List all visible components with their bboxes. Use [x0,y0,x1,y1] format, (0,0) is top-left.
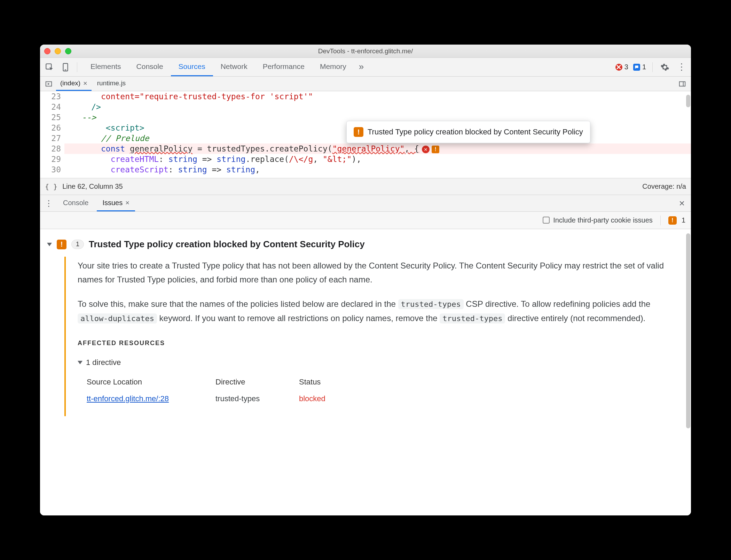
message-badge[interactable]: 1 [633,63,646,71]
window-title: DevTools - tt-enforced.glitch.me/ [40,47,691,55]
format-icon[interactable]: { } [45,182,57,191]
panel-tabs: Elements Console Sources Network Perform… [83,58,369,76]
sidebar-toggle-icon[interactable] [676,78,688,90]
directive-count: 1 directive [86,356,121,370]
checkbox-label: Include third-party cookie issues [553,216,653,224]
minimize-window-button[interactable] [55,48,61,54]
file-tab-label: (index) [60,79,80,87]
editor-statusbar: { } Line 62, Column 35 Coverage: n/a [40,178,691,195]
col-status: Status [299,375,348,389]
disclosure-triangle-icon[interactable] [78,361,82,364]
close-window-button[interactable] [44,48,50,54]
code-area[interactable]: content="require-trusted-types-for 'scri… [64,91,691,178]
issue-body: Your site tries to create a Trusted Type… [64,257,681,416]
tab-performance[interactable]: Performance [255,58,312,76]
warning-icon: ! [354,127,363,137]
affected-resources-header: AFFECTED RESOURCES [78,336,671,350]
source-location-link[interactable]: tt-enforced.glitch.me/:28 [87,394,169,403]
navigator-toggle-icon[interactable] [43,78,55,90]
code-allow-duplicates: allow-duplicates [78,313,157,324]
issues-warn-badge[interactable]: ! 1 [668,216,685,225]
table-header-row: Source Location Directive Status [87,375,671,389]
issues-warn-count: 1 [682,216,685,224]
directive-group-header[interactable]: 1 directive [78,356,671,370]
coverage-status: Coverage: n/a [642,182,686,190]
close-icon[interactable]: × [83,79,87,87]
inspect-element-icon[interactable] [44,61,55,73]
include-third-party-checkbox[interactable]: Include third-party cookie issues [543,216,653,224]
close-icon[interactable]: × [125,199,129,207]
file-tab-label: runtime.js [97,79,126,87]
message-count: 1 [642,63,646,71]
source-editor[interactable]: 2324252627282930 content="require-truste… [40,91,691,178]
tab-memory[interactable]: Memory [312,58,354,76]
drawer-tab-label: Issues [102,199,123,207]
issue-count-pill: 1 [71,240,84,249]
status-value: blocked [299,392,348,406]
tab-network[interactable]: Network [213,58,255,76]
drawer-tab-issues[interactable]: Issues × [97,195,135,211]
more-menu-icon[interactable]: ⋮ [676,61,687,73]
inline-error-icon[interactable]: ✕ [422,146,430,153]
sources-file-tabs: (index) × runtime.js [40,77,691,91]
tab-sources[interactable]: Sources [171,58,213,76]
directive-value: trusted-types [215,392,285,406]
devtools-toolbar: Elements Console Sources Network Perform… [40,58,691,77]
file-tab-index[interactable]: (index) × [56,77,92,91]
svg-rect-5 [679,81,685,86]
code-trusted-types-2: trusted-types [440,313,505,324]
svg-marker-4 [48,83,50,85]
devtools-window: DevTools - tt-enforced.glitch.me/ Elemen… [40,45,691,515]
warning-icon: ! [57,240,66,249]
drawer-tabs: ⋮ Console Issues × × [40,195,691,212]
separator [652,62,653,72]
zoom-window-button[interactable] [65,48,71,54]
checkbox-icon[interactable] [543,217,550,224]
tooltip-text: Trusted Type policy creation blocked by … [368,127,583,137]
drawer-tab-console[interactable]: Console [57,195,94,211]
line-gutter: 2324252627282930 [40,91,64,178]
issue-title: Trusted Type policy creation blocked by … [89,239,365,250]
inline-warning-icon[interactable]: ! [432,146,439,153]
issues-panel: ! 1 Trusted Type policy creation blocked… [40,229,691,515]
separator [660,216,661,225]
table-row: tt-enforced.glitch.me/:28 trusted-types … [87,392,671,406]
affected-resources-table: Source Location Directive Status tt-enfo… [87,375,671,406]
traffic-lights [44,48,71,54]
error-icon: ✕ [615,64,622,71]
file-tab-runtime[interactable]: runtime.js [93,77,130,91]
more-tabs-icon[interactable]: » [354,58,369,76]
col-source: Source Location [87,375,202,389]
tab-elements[interactable]: Elements [83,58,129,76]
issue-tooltip: ! Trusted Type policy creation blocked b… [346,121,590,143]
drawer-more-icon[interactable]: ⋮ [43,197,55,209]
scrollbar-thumb[interactable] [686,233,690,428]
separator [77,62,77,72]
code-trusted-types: trusted-types [398,299,464,309]
disclosure-triangle-icon[interactable] [47,243,52,246]
issue-header[interactable]: ! 1 Trusted Type policy creation blocked… [47,239,681,250]
titlebar: DevTools - tt-enforced.glitch.me/ [40,45,691,58]
issue-description-2: To solve this, make sure that the names … [78,297,671,326]
error-line[interactable]: const generalPolicy = trustedTypes.creat… [64,143,691,154]
message-icon [633,64,640,71]
error-count: 3 [624,63,628,71]
error-badge[interactable]: ✕ 3 [615,63,628,71]
tab-console[interactable]: Console [129,58,171,76]
issue-description-1: Your site tries to create a Trusted Type… [78,259,671,287]
cursor-position: Line 62, Column 35 [62,182,123,190]
col-directive: Directive [215,375,285,389]
status-badges: ✕ 3 1 ⋮ [615,61,687,73]
settings-icon[interactable] [659,61,671,73]
warning-icon: ! [668,216,677,225]
device-toolbar-icon[interactable] [60,61,71,73]
drawer-close-icon[interactable]: × [676,198,688,209]
issues-toolbar: Include third-party cookie issues ! 1 [40,212,691,229]
